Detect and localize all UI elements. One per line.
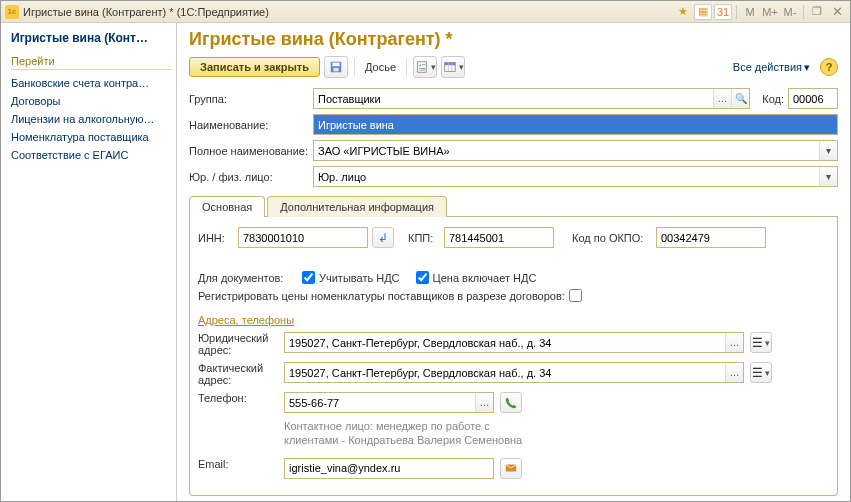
spreadsheet-icon: [443, 60, 457, 74]
tab-main[interactable]: Основная: [189, 196, 265, 217]
svg-rect-9: [444, 63, 455, 66]
memory-mminus-button[interactable]: M-: [781, 4, 799, 20]
name-input[interactable]: [313, 114, 838, 135]
section-addresses: Адреса, телефоны: [198, 314, 829, 326]
tabs: Основная Дополнительная информация: [189, 195, 838, 217]
calendar-icon[interactable]: 31: [714, 4, 732, 20]
page-title: Игристые вина (Контрагент) *: [189, 29, 838, 50]
report-dropdown-button[interactable]: [413, 56, 437, 78]
svg-rect-6: [419, 68, 425, 69]
phone-icon: [504, 396, 518, 410]
memory-m-button[interactable]: M: [741, 4, 759, 20]
save-button[interactable]: [324, 56, 348, 78]
toolbar: Записать и закрыть Досье Все действия▾ ?: [189, 56, 838, 78]
phone-label: Телефон:: [198, 392, 278, 404]
addr-menu-button[interactable]: ☰: [750, 332, 772, 353]
window-title: Игристые вина (Контрагент) * (1С:Предпри…: [23, 6, 674, 18]
group-input[interactable]: [313, 88, 750, 109]
close-icon[interactable]: ✕: [828, 4, 846, 20]
actual-addr-label: Фактический адрес:: [198, 362, 278, 386]
vat-include-checkbox[interactable]: [416, 271, 429, 284]
favorite-icon[interactable]: ★: [674, 4, 692, 20]
svg-rect-5: [422, 64, 426, 65]
docs-label: Для документов:: [198, 272, 298, 284]
contact-hint: Контактное лицо: менеджер по работе с кл…: [284, 419, 544, 448]
svg-rect-7: [419, 70, 425, 71]
separator: [354, 58, 355, 76]
vat-account-text: Учитывать НДС: [319, 272, 400, 284]
ellipsis-button[interactable]: …: [725, 363, 743, 382]
all-actions-link[interactable]: Все действия▾: [733, 61, 810, 74]
dropdown-button[interactable]: ▾: [819, 141, 837, 160]
sidebar-section-goto: Перейти: [11, 55, 172, 70]
tab-content-main: ИНН: ↲ КПП: Код по ОКПО: Для документов:…: [189, 217, 838, 496]
envelope-icon: [504, 461, 518, 475]
ellipsis-button[interactable]: …: [475, 393, 493, 412]
restore-icon[interactable]: ❐: [808, 4, 826, 20]
name-label: Наименование:: [189, 119, 309, 131]
memory-mplus-button[interactable]: M+: [761, 4, 779, 20]
vat-account-checkbox[interactable]: [302, 271, 315, 284]
addr-menu-button[interactable]: ☰: [750, 362, 772, 383]
send-email-button[interactable]: [500, 458, 522, 479]
help-button[interactable]: ?: [820, 58, 838, 76]
sidebar-title: Игристые вина (Конт…: [11, 31, 172, 45]
register-prices-checkbox[interactable]: [569, 289, 582, 302]
chevron-down-icon: ▾: [804, 61, 810, 74]
sidebar-link-egais[interactable]: Соответствие с ЕГАИС: [11, 146, 172, 164]
legal-addr-input[interactable]: [284, 332, 744, 353]
group-label: Группа:: [189, 93, 309, 105]
okpo-input[interactable]: [656, 227, 766, 248]
sidebar-link-licenses[interactable]: Лицензии на алкогольную…: [11, 110, 172, 128]
print-dropdown-button[interactable]: [441, 56, 465, 78]
content: Игристые вина (Контрагент) * Записать и …: [177, 23, 850, 502]
tab-additional[interactable]: Дополнительная информация: [267, 196, 447, 217]
kpp-input[interactable]: [444, 227, 554, 248]
all-actions-label: Все действия: [733, 61, 802, 73]
sidebar-link-contracts[interactable]: Договоры: [11, 92, 172, 110]
jurfiz-label: Юр. / физ. лицо:: [189, 171, 309, 183]
vat-account-checkbox-label[interactable]: Учитывать НДС: [302, 271, 400, 284]
code-label: Код:: [754, 93, 784, 105]
floppy-icon: [329, 60, 343, 74]
sidebar-link-supplier-nomenclature[interactable]: Номенклатура поставщика: [11, 128, 172, 146]
report-icon: [415, 60, 429, 74]
okpo-label: Код по ОКПО:: [572, 232, 652, 244]
svg-rect-2: [333, 68, 338, 72]
dossier-button[interactable]: Досье: [361, 58, 400, 76]
sidebar: Игристые вина (Конт… Перейти Банковские …: [1, 23, 177, 502]
jurfiz-input[interactable]: [313, 166, 838, 187]
ellipsis-button[interactable]: …: [713, 89, 731, 108]
svg-point-4: [419, 64, 421, 66]
fullname-input[interactable]: [313, 140, 838, 161]
vat-include-checkbox-label[interactable]: Цена включает НДС: [416, 271, 537, 284]
vat-include-text: Цена включает НДС: [433, 272, 537, 284]
fullname-label: Полное наименование:: [189, 145, 309, 157]
separator: [406, 58, 407, 76]
titlebar: 1c Игристые вина (Контрагент) * (1С:Пред…: [1, 1, 850, 23]
dial-button[interactable]: [500, 392, 522, 413]
email-label: Email:: [198, 458, 278, 470]
lookup-button[interactable]: 🔍: [731, 89, 749, 108]
svg-rect-3: [417, 62, 426, 73]
actual-addr-input[interactable]: [284, 362, 744, 383]
phone-input[interactable]: [284, 392, 494, 413]
ellipsis-button[interactable]: …: [725, 333, 743, 352]
register-prices-label: Регистрировать цены номенклатуры поставщ…: [198, 290, 565, 302]
email-input[interactable]: [284, 458, 494, 479]
legal-addr-label: Юридический адрес:: [198, 332, 278, 356]
separator: [803, 5, 804, 19]
inn-fill-button[interactable]: ↲: [372, 227, 394, 248]
dropdown-button[interactable]: ▾: [819, 167, 837, 186]
separator: [736, 5, 737, 19]
save-and-close-button[interactable]: Записать и закрыть: [189, 57, 320, 77]
svg-rect-1: [333, 63, 340, 67]
kpp-label: КПП:: [408, 232, 440, 244]
inn-input[interactable]: [238, 227, 368, 248]
calculator-icon[interactable]: ▦: [694, 4, 712, 20]
app-icon-1c: 1c: [5, 5, 19, 19]
inn-label: ИНН:: [198, 232, 234, 244]
code-input[interactable]: [788, 88, 838, 109]
sidebar-link-bank-accounts[interactable]: Банковские счета контра…: [11, 74, 172, 92]
titlebar-buttons: ★ ▦ 31 M M+ M- ❐ ✕: [674, 4, 846, 20]
